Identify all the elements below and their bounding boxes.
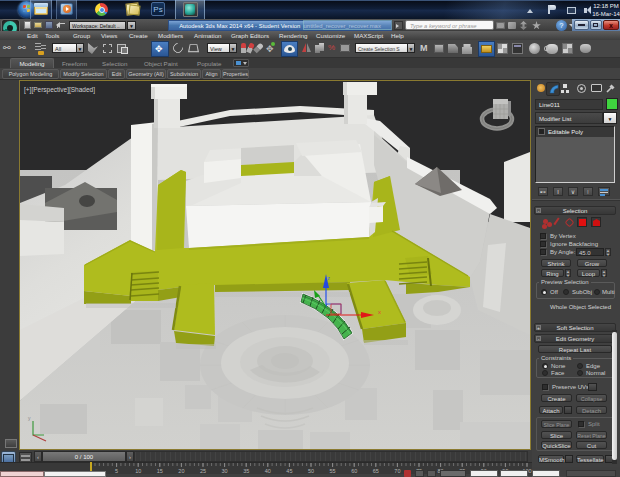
svg-text:[+][Perspective][Shaded]: [+][Perspective][Shaded]: [24, 86, 95, 94]
svg-text:x: x: [378, 309, 381, 315]
svg-text:z: z: [327, 275, 330, 281]
